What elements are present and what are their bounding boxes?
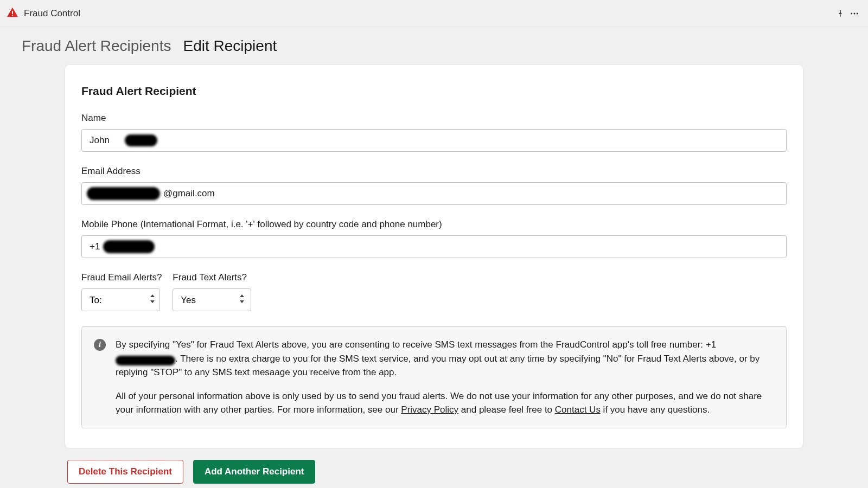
name-label: Name <box>81 113 787 124</box>
breadcrumb: Fraud Alert Recipients Edit Recipient <box>0 27 868 65</box>
recipient-card: Fraud Alert Recipient Name Email Address… <box>65 65 803 448</box>
info-icon: i <box>94 339 106 351</box>
breadcrumb-current: Edit Recipient <box>183 37 277 55</box>
info-paragraph-1: By specifying "Yes" for Fraud Text Alert… <box>116 338 774 380</box>
breadcrumb-prev[interactable]: Fraud Alert Recipients <box>22 37 171 55</box>
privacy-policy-link[interactable]: Privacy Policy <box>401 404 458 415</box>
email-input[interactable] <box>81 182 787 205</box>
svg-point-2 <box>851 12 852 14</box>
phone-input[interactable] <box>81 235 787 258</box>
more-icon[interactable] <box>847 7 861 21</box>
svg-rect-1 <box>12 15 13 16</box>
email-label: Email Address <box>81 166 787 177</box>
delete-recipient-button[interactable]: Delete This Recipient <box>67 460 183 484</box>
phone-label: Mobile Phone (International Format, i.e.… <box>81 219 787 230</box>
top-bar: Fraud Control <box>0 0 868 27</box>
card-title: Fraud Alert Recipient <box>79 85 789 98</box>
svg-point-3 <box>854 12 856 14</box>
text-alerts-select[interactable]: Yes <box>173 288 251 311</box>
info-paragraph-2: All of your personal information above i… <box>116 389 774 417</box>
svg-rect-0 <box>12 11 13 14</box>
app-title: Fraud Control <box>24 8 80 19</box>
alert-triangle-icon <box>7 7 18 21</box>
email-alerts-select[interactable]: To: <box>81 288 160 311</box>
email-alerts-label: Fraud Email Alerts? <box>81 272 162 283</box>
add-recipient-button[interactable]: Add Another Recipient <box>193 460 316 484</box>
info-box: i By specifying "Yes" for Fraud Text Ale… <box>81 326 787 428</box>
contact-us-link[interactable]: Contact Us <box>555 404 601 415</box>
name-input[interactable] <box>81 129 787 152</box>
svg-point-4 <box>857 12 858 14</box>
redaction <box>116 356 175 365</box>
pin-icon[interactable] <box>833 7 847 21</box>
text-alerts-label: Fraud Text Alerts? <box>173 272 251 283</box>
